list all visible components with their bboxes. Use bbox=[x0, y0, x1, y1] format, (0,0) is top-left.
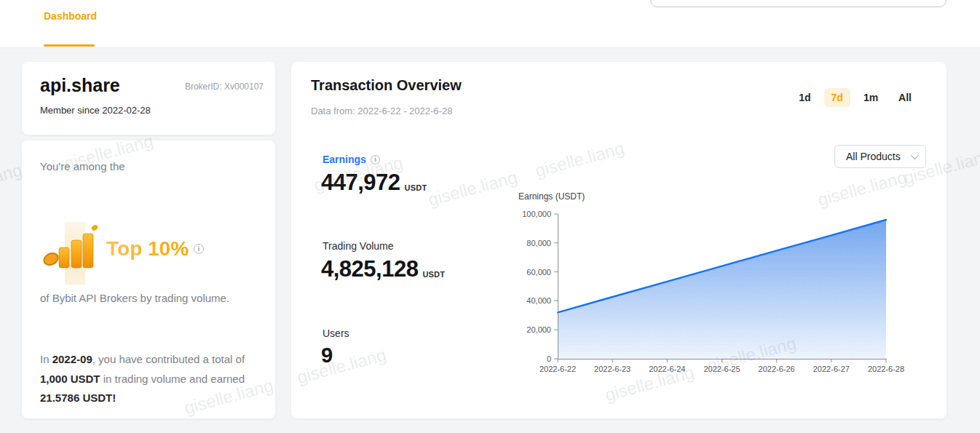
top-search-box[interactable] bbox=[650, 0, 947, 7]
overview-title: Transaction Overview bbox=[311, 77, 462, 94]
users-label: Users bbox=[323, 327, 349, 339]
earnings-value-row: 447,972 USDT bbox=[321, 170, 427, 196]
watermark: giselle.liang bbox=[0, 160, 24, 204]
earnings-chart: 020,00040,00060,00080,000100,000 2022-6-… bbox=[510, 188, 917, 374]
summary-text: in trading volume and earned bbox=[100, 373, 245, 385]
trading-volume-value: 4,825,128 bbox=[321, 256, 418, 282]
svg-text:2022-6-23: 2022-6-23 bbox=[594, 365, 631, 373]
summary-earned: 21.5786 USDT! bbox=[40, 392, 116, 404]
summary-volume: 1,000 USDT bbox=[40, 373, 100, 385]
transaction-overview-card: Transaction Overview Data from: 2022-6-2… bbox=[291, 62, 947, 418]
profile-card: api.share BrokerID: Xv000107 Member sinc… bbox=[22, 62, 275, 135]
area-fill bbox=[558, 220, 886, 359]
tab-dashboard[interactable]: Dashboard bbox=[44, 10, 97, 22]
earnings-label-row: Earnings bbox=[323, 154, 380, 165]
range-button-1m[interactable]: 1m bbox=[856, 88, 885, 107]
svg-text:0: 0 bbox=[547, 354, 551, 363]
trading-volume-value-row: 4,825,128 USDT bbox=[321, 256, 445, 282]
monthly-summary: In 2022-09, you have contributed a total… bbox=[40, 350, 256, 408]
top-navigation-bar: Dashboard bbox=[0, 0, 980, 48]
bar-chart-trophy-icon bbox=[42, 221, 100, 290]
rank-info-icon[interactable] bbox=[194, 244, 204, 254]
rank-intro-text: You're among the bbox=[40, 160, 125, 172]
range-button-all[interactable]: All bbox=[891, 88, 919, 107]
broker-id: BrokerID: Xv000107 bbox=[185, 82, 264, 92]
earnings-unit: USDT bbox=[405, 183, 427, 196]
svg-text:80,000: 80,000 bbox=[526, 239, 551, 247]
tab-active-underline bbox=[44, 44, 95, 47]
range-button-1d[interactable]: 1d bbox=[791, 88, 818, 107]
x-axis-ticks: 2022-6-222022-6-232022-6-242022-6-252022… bbox=[540, 359, 904, 373]
rank-percent-label: Top 10% bbox=[106, 237, 189, 261]
summary-month: 2022-09 bbox=[52, 353, 92, 365]
product-filter-dropdown[interactable]: All Products bbox=[834, 145, 926, 168]
summary-text: , you have contributed a total of bbox=[92, 353, 245, 365]
trading-volume-unit: USDT bbox=[422, 270, 445, 282]
range-button-7d[interactable]: 7d bbox=[824, 88, 850, 107]
broker-name: api.share bbox=[40, 75, 120, 96]
rank-card: You're among the Top 10% bbox=[22, 140, 275, 418]
svg-text:20,000: 20,000 bbox=[526, 325, 551, 334]
svg-text:2022-6-27: 2022-6-27 bbox=[813, 365, 850, 373]
users-value-row: 9 bbox=[321, 343, 333, 368]
product-filter-value: All Products bbox=[846, 151, 901, 162]
member-since: Member since 2022-02-28 bbox=[40, 105, 151, 116]
svg-text:100,000: 100,000 bbox=[522, 210, 551, 218]
svg-text:2022-6-25: 2022-6-25 bbox=[703, 365, 740, 373]
rank-description: of Bybit API Brokers by trading volume. bbox=[40, 292, 229, 304]
svg-text:2022-6-28: 2022-6-28 bbox=[868, 365, 904, 373]
earnings-chart-container: 020,00040,00060,00080,000100,000 2022-6-… bbox=[510, 188, 917, 377]
users-value: 9 bbox=[321, 343, 333, 368]
svg-text:2022-6-22: 2022-6-22 bbox=[540, 365, 576, 373]
trading-volume-label: Trading Volume bbox=[323, 240, 394, 252]
svg-text:40,000: 40,000 bbox=[526, 296, 551, 305]
summary-text: In bbox=[40, 353, 52, 365]
y-axis-ticks: 020,00040,00060,00080,000100,000 bbox=[522, 210, 558, 363]
chevron-down-icon bbox=[911, 151, 919, 159]
earnings-value: 447,972 bbox=[321, 170, 400, 196]
time-range-selector: 1d 7d 1m All bbox=[791, 88, 919, 107]
overview-date-range: Data from: 2022-6-22 - 2022-6-28 bbox=[311, 106, 452, 116]
earnings-info-icon[interactable] bbox=[371, 155, 380, 164]
svg-text:2022-6-26: 2022-6-26 bbox=[759, 365, 795, 373]
earnings-label: Earnings bbox=[323, 154, 366, 165]
svg-text:60,000: 60,000 bbox=[526, 268, 551, 277]
svg-text:2022-6-24: 2022-6-24 bbox=[649, 365, 685, 373]
